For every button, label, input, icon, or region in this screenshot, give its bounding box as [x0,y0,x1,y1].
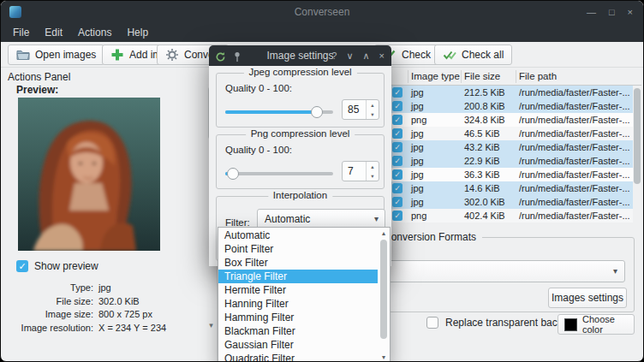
cell-file-size: 14.6 KiB [464,181,500,195]
spin-up-icon[interactable]: ▴ [367,100,379,110]
row-checkbox[interactable] [392,183,402,193]
info-filesize-value: 302.0 KiB [98,295,140,309]
row-checkbox[interactable] [392,115,402,125]
row-checkbox[interactable] [392,169,402,180]
dropdown-item[interactable]: Quadratic Filter [218,352,378,362]
header-separator [516,70,516,83]
spin-up-icon[interactable]: ▴ [367,162,379,171]
png-compression-group: Png compression level Quality 0 - 100: 7… [216,134,385,189]
cell-file-size: 22.9 KiB [464,154,500,168]
cell-file-size: 36.3 KiB [464,168,500,181]
dropdown-item[interactable]: Triangle Filter [218,270,378,283]
cell-image-type: jpg [411,140,424,154]
info-type-value: jpg [98,282,111,295]
cell-image-type: jpg [411,86,424,99]
dropdown-item[interactable]: Point Filter [218,242,378,256]
table-scrollbar-thumb[interactable] [634,88,641,184]
jpeg-quality-label: Quality 0 - 100: [225,83,292,93]
close-icon[interactable]: × [628,7,633,17]
column-file-path[interactable]: File path [519,68,557,86]
dropdown-item[interactable]: Gaussian Filter [218,338,378,352]
jpeg-quality-slider[interactable] [225,106,333,118]
open-images-button[interactable]: Open images [8,45,104,65]
show-preview-row: Show preview [16,260,98,272]
folder-open-icon [16,48,30,62]
cell-image-type: jpg [411,168,424,181]
column-file-size[interactable]: File size [464,68,500,86]
show-preview-checkbox[interactable] [16,260,28,272]
dropdown-item[interactable]: Box Filter [218,256,378,270]
chevron-down-icon: ▾ [613,261,617,282]
spin-down-icon[interactable]: ▾ [367,110,379,119]
check-all-button[interactable]: Check all [434,45,512,65]
image-info: Type:jpg File size:302.0 KiB Image size:… [9,282,205,335]
row-checkbox[interactable] [392,87,402,98]
jpeg-quality-spinbox[interactable]: 85 ▴ ▾ [342,99,379,120]
preview-label: Preview: [16,84,58,96]
menu-file[interactable]: File [5,25,37,40]
color-swatch [564,318,577,331]
jpeg-slider-handle[interactable] [311,106,323,118]
actions-panel-title: Actions Panel [8,71,70,83]
dropdown-item[interactable]: Automatic [218,228,378,242]
panel-scroll-down-icon[interactable]: ▾ [206,321,217,329]
cell-file-path: /run/media/faster/Faster-... [519,140,632,154]
row-checkbox[interactable] [392,197,402,207]
row-checkbox[interactable] [392,128,402,139]
choose-color-button[interactable]: Choose color [558,314,635,335]
menu-actions[interactable]: Actions [70,25,119,40]
shade-icon[interactable]: ∨ [346,50,353,62]
titlebar: Converseen — □ × [1,1,643,23]
preview-image [18,98,160,251]
unshade-icon[interactable]: ∧ [363,50,370,62]
png-slider-handle[interactable] [227,168,239,180]
choose-color-label: Choose color [582,314,628,335]
cell-file-path: /run/media/faster/Faster-... [519,127,632,140]
cell-image-type: jpg [411,99,424,113]
spin-down-icon[interactable]: ▾ [367,171,379,181]
dropdown-item[interactable]: Hamming Filter [218,311,378,324]
png-quality-slider[interactable] [225,168,333,180]
add-icon [110,48,124,62]
menu-edit[interactable]: Edit [37,25,70,40]
dropdown-item[interactable]: Blackman Filter [218,324,378,338]
info-resolution-label: Image resolution: [9,322,93,335]
scroll-down-icon[interactable]: ▾ [379,353,389,361]
cell-file-path: /run/media/faster/Faster-... [519,99,632,113]
menu-help[interactable]: Help [119,25,156,40]
replace-transparent-checkbox[interactable] [426,317,438,329]
check-label: Check [402,49,431,61]
maximize-icon[interactable]: □ [609,7,615,17]
dialog-close-icon[interactable]: × [379,50,385,61]
check-all-icon [443,48,456,62]
table-scrollbar[interactable] [633,86,641,223]
dialog-titlebar[interactable]: Image settings ? ∨ ∧ × [209,45,391,66]
minimize-icon[interactable]: — [587,7,596,17]
images-settings-button[interactable]: Images settings [548,288,627,308]
row-checkbox[interactable] [392,156,402,166]
cell-image-type: jpg [411,154,424,168]
column-image-type[interactable]: Image type [411,68,460,86]
show-preview-label: Show preview [34,260,98,272]
chevron-down-icon: ▾ [374,210,379,228]
png-quality-spinbox[interactable]: 7 ▴ ▾ [342,161,379,181]
dropdown-item[interactable]: Hermite Filter [218,283,378,297]
cell-file-size: 324.8 KiB [464,113,505,127]
help-icon[interactable]: ? [331,50,337,61]
cell-file-size: 402.4 KiB [464,209,505,223]
refresh-icon[interactable] [215,50,226,62]
pin-icon[interactable] [232,50,242,62]
jpeg-quality-value: 85 [343,100,366,119]
dropdown-scrollbar[interactable]: ▴ ▾ [379,229,389,361]
cell-file-path: /run/media/faster/Faster-... [519,209,632,223]
row-checkbox[interactable] [392,211,402,221]
row-checkbox[interactable] [392,101,402,111]
scroll-up-icon[interactable]: ▴ [379,229,389,237]
cell-image-type: jpg [411,127,424,140]
dropdown-item[interactable]: Hanning Filter [218,297,378,311]
dropdown-scrollbar-thumb[interactable] [380,240,387,339]
info-resolution-value: X = 234 Y = 234 [98,322,166,335]
info-type-label: Type: [9,282,93,295]
row-checkbox[interactable] [392,142,402,152]
png-quality-label: Quality 0 - 100: [225,145,292,155]
